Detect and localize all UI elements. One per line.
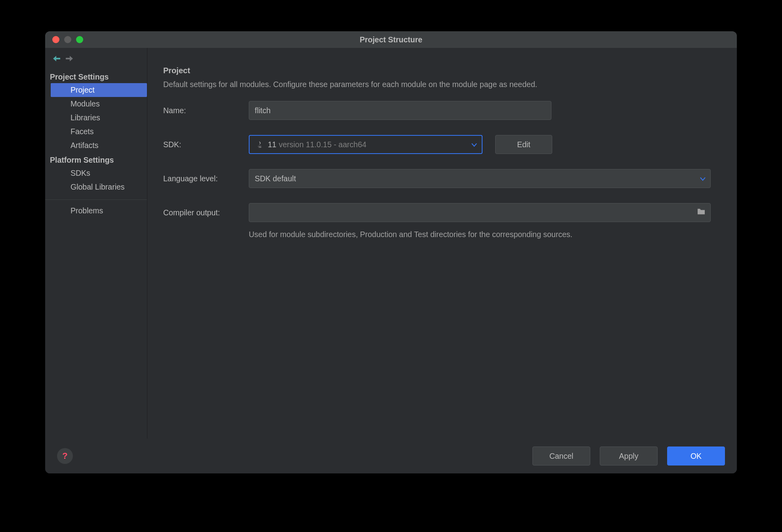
chevron-down-icon: [471, 140, 477, 149]
question-icon: ?: [62, 451, 67, 461]
ok-button[interactable]: OK: [667, 446, 725, 466]
sidebar: Project Settings Project Modules Librari…: [45, 48, 147, 439]
chevron-down-icon: [700, 174, 706, 183]
name-label: Name:: [163, 106, 249, 115]
titlebar: Project Structure: [45, 31, 737, 48]
minimize-window-button[interactable]: [64, 36, 71, 43]
language-level-dropdown[interactable]: SDK default: [249, 169, 711, 188]
window-title: Project Structure: [360, 35, 422, 44]
page-description: Default settings for all modules. Config…: [163, 80, 721, 89]
sidebar-item-project[interactable]: Project: [51, 83, 147, 97]
sidebar-item-modules[interactable]: Modules: [45, 97, 147, 111]
window-controls: [52, 36, 83, 43]
sidebar-item-sdks[interactable]: SDKs: [45, 166, 147, 180]
compiler-output-input[interactable]: [249, 203, 711, 222]
project-name-input[interactable]: [249, 101, 551, 120]
help-button[interactable]: ?: [57, 448, 73, 464]
page-title: Project: [163, 66, 721, 75]
sdk-version: version 11.0.15 - aarch64: [279, 140, 366, 149]
sidebar-group-project-settings: Project Settings: [45, 69, 147, 83]
back-icon[interactable]: [53, 56, 60, 61]
sdk-value: 11: [268, 140, 277, 149]
compiler-output-helper: Used for module subdirectories, Producti…: [249, 230, 721, 239]
zoom-window-button[interactable]: [76, 36, 83, 43]
cancel-button[interactable]: Cancel: [532, 446, 590, 466]
sidebar-item-artifacts[interactable]: Artifacts: [45, 139, 147, 152]
edit-sdk-button[interactable]: Edit: [495, 135, 552, 154]
sidebar-item-global-libraries[interactable]: Global Libraries: [45, 180, 147, 194]
apply-button[interactable]: Apply: [600, 446, 658, 466]
sidebar-item-facets[interactable]: Facets: [45, 125, 147, 139]
footer: ? Cancel Apply OK: [45, 439, 737, 473]
sidebar-item-libraries[interactable]: Libraries: [45, 111, 147, 125]
sidebar-group-platform-settings: Platform Settings: [45, 152, 147, 166]
language-level-label: Language level:: [163, 174, 249, 183]
forward-icon[interactable]: [66, 56, 73, 61]
sidebar-separator: [45, 200, 147, 200]
main-panel: Project Default settings for all modules…: [147, 48, 737, 439]
sdk-label: SDK:: [163, 140, 249, 149]
folder-icon[interactable]: [697, 208, 706, 217]
project-structure-window: Project Structure Project Settings Proje…: [45, 31, 737, 473]
java-icon: [255, 140, 264, 149]
sidebar-item-problems[interactable]: Problems: [45, 204, 147, 218]
language-level-value: SDK default: [255, 174, 296, 183]
sdk-dropdown[interactable]: 11 version 11.0.15 - aarch64: [249, 135, 483, 154]
compiler-output-label: Compiler output:: [163, 208, 249, 217]
close-window-button[interactable]: [52, 36, 59, 43]
